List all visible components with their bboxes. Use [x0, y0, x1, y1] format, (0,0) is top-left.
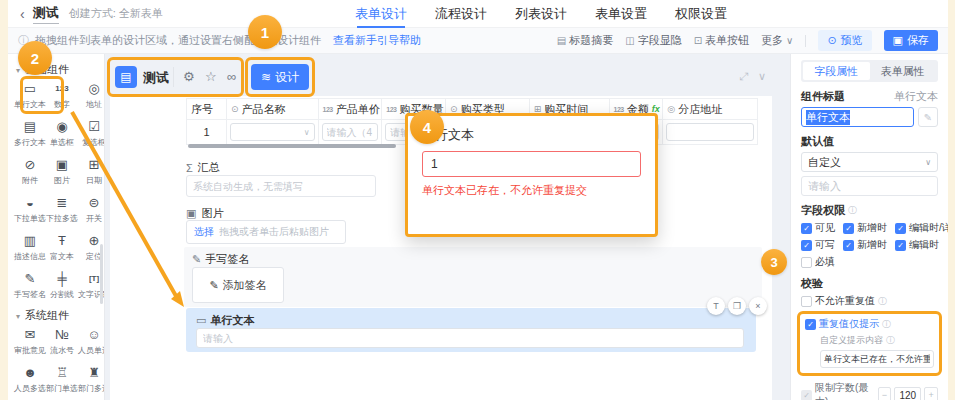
add-signature-button[interactable]: ✎ 添加签名 — [192, 267, 284, 303]
tab-list-design[interactable]: 列表设计 — [515, 0, 567, 28]
gear-icon[interactable]: ⚙ — [183, 69, 195, 84]
palette-item-description[interactable]: ▥描述信息 — [14, 233, 46, 262]
checkbox-no-duplicate[interactable]: 不允许重复值ⓘ — [801, 294, 887, 308]
tab-form-design[interactable]: 表单设计 — [355, 0, 407, 28]
summary-input[interactable] — [186, 175, 376, 197]
palette-item-switch[interactable]: ⊜开关 — [78, 195, 105, 224]
selected-single-line-text-field[interactable]: ▭ 单行文本 — [186, 308, 756, 352]
field-visibility-button[interactable]: ◫ 字段显隐 — [625, 33, 681, 48]
sub-toolbar: ⓘ 拖拽组件到表单的设计区域，通过设置右侧配置项设计组件 查看新手引导帮助 ▤ … — [8, 28, 948, 54]
field-title-action-icon[interactable]: ✎ — [918, 107, 938, 127]
field-visibility-label: 字段显隐 — [638, 33, 682, 48]
basic-section-title[interactable]: ▾ 基础组件 — [8, 54, 104, 79]
stepper-minus-button[interactable]: − — [878, 387, 892, 400]
popup-field-input[interactable] — [422, 151, 641, 177]
form-title[interactable]: 测试 — [33, 4, 59, 24]
form-subtitle: 创建方式: 全新表单 — [69, 6, 163, 21]
tab-field-properties[interactable]: 字段属性 — [803, 62, 870, 80]
cell-product-name: ∨ — [227, 120, 319, 144]
palette-item-attachment[interactable]: ⊘附件 — [14, 157, 46, 186]
cb-label: 可写 — [815, 238, 835, 252]
dropdown-multi-icon: ≣ — [57, 195, 68, 210]
palette-item-serial-number[interactable]: №流水号 — [46, 327, 78, 356]
palette-item-member-single[interactable]: ☺人员单选 — [78, 327, 105, 356]
checkbox-duplicate-tip[interactable]: 重复值仅提示ⓘ — [805, 317, 891, 331]
checkbox-write-on-edit[interactable]: 编辑时 — [895, 238, 939, 252]
selected-field-input[interactable] — [196, 328, 744, 348]
star-icon[interactable]: ☆ — [205, 69, 217, 84]
checkbox-visible[interactable]: 可见 — [801, 221, 835, 235]
component-title-input[interactable]: 单行文本 — [801, 107, 914, 127]
palette-item-number[interactable]: 123数字 — [46, 81, 78, 110]
system-section-title[interactable]: ▾ 系统组件 — [8, 300, 104, 325]
tab-flow-design[interactable]: 流程设计 — [435, 0, 487, 28]
design-button[interactable]: ≋ 设计 — [251, 64, 309, 90]
sigma-icon: Σ — [186, 162, 193, 174]
default-value-select[interactable]: 自定义 ∨ — [801, 152, 938, 172]
expand-icon[interactable]: ⤢ — [739, 70, 748, 83]
design-label: 设计 — [275, 69, 299, 86]
checkbox-write-on-create[interactable]: 新增时 — [843, 238, 887, 252]
palette-item-divider[interactable]: ╪分割线 — [46, 271, 78, 300]
palette-label: 下拉多选 — [46, 213, 78, 224]
cb-label: 必填 — [815, 255, 835, 269]
product-name-select[interactable]: ∨ — [230, 123, 315, 141]
delete-icon[interactable]: × — [749, 297, 767, 315]
checkbox-writable[interactable]: 可写 — [801, 238, 835, 252]
checkbox-on-create[interactable]: 新增时 — [843, 221, 887, 235]
palette-item-dropdown-multi[interactable]: ≣下拉多选 — [46, 195, 78, 224]
checkbox-required[interactable]: 必填 — [801, 255, 835, 269]
checkbox-on-edit-detail[interactable]: 编辑时/详情时 — [895, 221, 948, 235]
copy-icon[interactable]: ❐ — [728, 297, 746, 315]
palette-item-checkbox[interactable]: ☑复选框 — [78, 119, 105, 148]
palette-item-signature[interactable]: ✎手写签名 — [14, 271, 46, 300]
save-label: 保存 — [907, 33, 929, 48]
palette-item-multi-line-text[interactable]: ▤多行文本 — [14, 119, 46, 148]
sidebar-scrollbar[interactable] — [100, 244, 103, 304]
default-value-input[interactable] — [801, 176, 938, 196]
palette-item-dept-single[interactable]: ♖部门单选 — [46, 365, 78, 394]
image-upload-box[interactable]: 选择 拖拽或者单击后粘贴图片 — [186, 220, 346, 244]
tab-form-properties[interactable]: 表单属性 — [870, 62, 937, 80]
palette-item-image[interactable]: ▣图片 — [46, 157, 78, 186]
title-summary-button[interactable]: ▤ 标题摘要 — [557, 33, 613, 48]
palette-item-dept-multi[interactable]: ♜部门多选 — [78, 365, 105, 394]
choose-link[interactable]: 选择 — [194, 225, 214, 239]
table-horizontal-scrollbar[interactable] — [188, 144, 396, 148]
collapse-chevron-icon[interactable]: ∨ — [758, 70, 766, 83]
form-button-button[interactable]: ⊡ 表单按钮 — [694, 33, 749, 48]
link-icon[interactable]: ∞ — [227, 69, 236, 84]
guide-link[interactable]: 查看新手引导帮助 — [333, 33, 421, 48]
cb-label: 不允许重复值 — [815, 294, 875, 308]
store-address-input[interactable] — [666, 123, 754, 141]
col-label: 产品名称 — [241, 102, 285, 117]
single-line-text-icon: ▭ — [24, 81, 36, 96]
tab-permission-settings[interactable]: 权限设置 — [675, 0, 727, 28]
signature-field[interactable]: ✎ 手写签名 ✎ 添加签名 — [184, 247, 762, 307]
save-button[interactable]: ▣ 保存 — [884, 30, 938, 51]
palette-item-dropdown-single[interactable]: ◒下拉单选 — [14, 195, 46, 224]
palette-item-rich-text[interactable]: Ŧ富文本 — [46, 233, 78, 262]
palette-item-radio[interactable]: ◉单选框 — [46, 119, 78, 148]
text-style-action-icon[interactable]: T — [707, 297, 725, 315]
product-price-input[interactable] — [322, 123, 379, 141]
back-icon[interactable]: ‹ — [20, 6, 25, 22]
validate-label-text: 校验 — [801, 276, 823, 291]
custom-tip-input[interactable] — [820, 350, 934, 368]
palette-item-address[interactable]: ◎地址 — [78, 81, 105, 110]
palette-item-approval-comment[interactable]: ✉审批意见 — [14, 327, 46, 356]
tab-form-settings[interactable]: 表单设置 — [595, 0, 647, 28]
stepper-plus-button[interactable]: + — [924, 387, 938, 400]
palette-item-member-multi[interactable]: ☻人员多选 — [14, 365, 46, 394]
more-menu[interactable]: 更多 ∨ — [761, 33, 793, 48]
preview-button[interactable]: ⊙ 预览 — [818, 30, 871, 51]
col-store-address: ◎分店地址 — [663, 99, 757, 119]
permission-row-required: 必填 — [801, 255, 938, 269]
form-app-icon[interactable]: ▤ — [115, 66, 137, 88]
stepper-value[interactable]: 120 — [894, 387, 921, 400]
more-label: 更多 — [761, 33, 783, 48]
cb-label: 编辑时 — [909, 238, 939, 252]
disabled-checkbox-icon[interactable] — [801, 390, 812, 400]
palette-item-date[interactable]: ⊞日期 — [78, 157, 105, 186]
palette-item-single-line-text[interactable]: ▭单行文本 — [14, 81, 46, 110]
